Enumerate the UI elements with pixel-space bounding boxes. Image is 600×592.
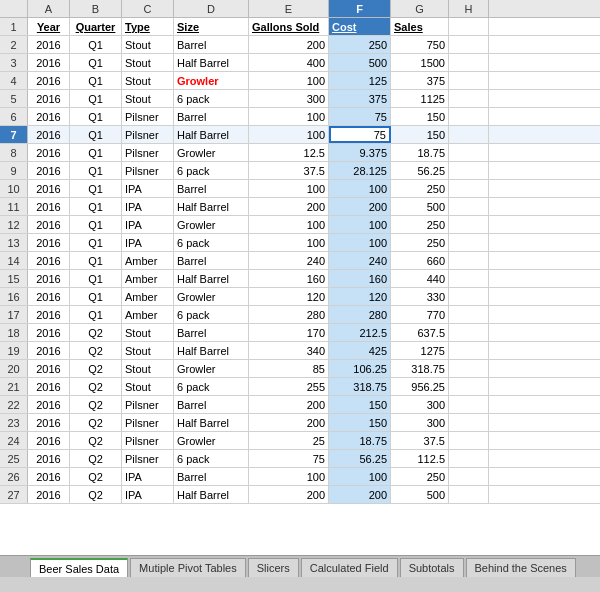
cell-year[interactable]: 2016 [28,306,70,323]
cell-year[interactable]: Year [28,18,70,35]
cell-size[interactable]: Size [174,18,249,35]
cell-gallons[interactable]: 75 [249,450,329,467]
cell-size[interactable]: Half Barrel [174,198,249,215]
cell-type[interactable]: IPA [122,180,174,197]
cell-sales[interactable]: 150 [391,108,449,125]
table-row[interactable]: 232016Q2PilsnerHalf Barrel200150300 [0,414,600,432]
table-row[interactable]: 42016Q1StoutGrowler100125375 [0,72,600,90]
spreadsheet-tab[interactable]: Beer Sales Data [30,558,128,577]
cell-size[interactable]: Barrel [174,252,249,269]
cell-year[interactable]: 2016 [28,288,70,305]
cell-gallons[interactable]: 400 [249,54,329,71]
cell-cost[interactable]: 150 [329,396,391,413]
cell-gallons[interactable]: 37.5 [249,162,329,179]
cell-cost[interactable]: 56.25 [329,450,391,467]
cell-sales[interactable]: 500 [391,198,449,215]
cell-quarter[interactable]: Q1 [70,234,122,251]
table-row[interactable]: 132016Q1IPA6 pack100100250 [0,234,600,252]
cell-type[interactable]: Amber [122,252,174,269]
cell-type[interactable]: Pilsner [122,414,174,431]
cell-type[interactable]: Stout [122,36,174,53]
cell-quarter[interactable]: Q1 [70,162,122,179]
cell-sales[interactable]: 150 [391,126,449,143]
cell-cost[interactable]: 280 [329,306,391,323]
table-row[interactable]: 162016Q1AmberGrowler120120330 [0,288,600,306]
cell-cost[interactable]: 150 [329,414,391,431]
cell-gallons[interactable]: 85 [249,360,329,377]
cell-gallons[interactable]: 240 [249,252,329,269]
cell-year[interactable]: 2016 [28,108,70,125]
cell-gallons[interactable]: 12.5 [249,144,329,161]
cell-size[interactable]: Half Barrel [174,270,249,287]
cell-gallons[interactable]: 200 [249,36,329,53]
cell-cost[interactable]: 125 [329,72,391,89]
table-row[interactable]: 72016Q1PilsnerHalf Barrel10075150 [0,126,600,144]
cell-year[interactable]: 2016 [28,198,70,215]
cell-year[interactable]: 2016 [28,90,70,107]
cell-sales[interactable]: 1275 [391,342,449,359]
cell-quarter[interactable]: Q2 [70,396,122,413]
cell-year[interactable]: 2016 [28,450,70,467]
cell-gallons[interactable]: 280 [249,306,329,323]
cell-year[interactable]: 2016 [28,234,70,251]
table-row[interactable]: 222016Q2PilsnerBarrel200150300 [0,396,600,414]
cell-gallons[interactable]: 100 [249,216,329,233]
cell-cost[interactable]: 9.375 [329,144,391,161]
cell-year[interactable]: 2016 [28,432,70,449]
cell-type[interactable]: Stout [122,360,174,377]
table-row[interactable]: 152016Q1AmberHalf Barrel160160440 [0,270,600,288]
cell-cost[interactable]: Cost [329,18,391,35]
cell-quarter[interactable]: Q2 [70,414,122,431]
cell-year[interactable]: 2016 [28,378,70,395]
cell-gallons[interactable]: 100 [249,180,329,197]
cell-type[interactable]: Pilsner [122,432,174,449]
cell-year[interactable]: 2016 [28,414,70,431]
cell-gallons[interactable]: 100 [249,234,329,251]
cell-sales[interactable]: 770 [391,306,449,323]
cell-type[interactable]: Pilsner [122,126,174,143]
table-row[interactable]: 172016Q1Amber6 pack280280770 [0,306,600,324]
cell-size[interactable]: 6 pack [174,306,249,323]
table-row[interactable]: 192016Q2StoutHalf Barrel3404251275 [0,342,600,360]
cell-cost[interactable]: 200 [329,198,391,215]
cell-sales[interactable]: 112.5 [391,450,449,467]
cell-gallons[interactable]: 200 [249,198,329,215]
cell-gallons[interactable]: 255 [249,378,329,395]
cell-type[interactable]: Stout [122,378,174,395]
cell-sales[interactable]: 56.25 [391,162,449,179]
cell-type[interactable]: Pilsner [122,108,174,125]
cell-cost[interactable]: 500 [329,54,391,71]
cell-quarter[interactable]: Q1 [70,216,122,233]
cell-type[interactable]: Amber [122,270,174,287]
cell-cost[interactable]: 100 [329,180,391,197]
cell-cost[interactable]: 212.5 [329,324,391,341]
cell-sales[interactable]: 318.75 [391,360,449,377]
cell-sales[interactable]: 300 [391,414,449,431]
cell-sales[interactable]: 37.5 [391,432,449,449]
cell-size[interactable]: Barrel [174,396,249,413]
cell-year[interactable]: 2016 [28,72,70,89]
cell-size[interactable]: Growler [174,72,249,89]
table-row[interactable]: 92016Q1Pilsner6 pack37.528.12556.25 [0,162,600,180]
cell-cost[interactable]: 318.75 [329,378,391,395]
cell-sales[interactable]: 250 [391,216,449,233]
cell-size[interactable]: 6 pack [174,450,249,467]
table-row[interactable]: 252016Q2Pilsner6 pack7556.25112.5 [0,450,600,468]
cell-quarter[interactable]: Q2 [70,432,122,449]
cell-cost[interactable]: 120 [329,288,391,305]
cell-cost[interactable]: 250 [329,36,391,53]
cell-type[interactable]: Stout [122,90,174,107]
cell-sales[interactable]: 18.75 [391,144,449,161]
cell-size[interactable]: 6 pack [174,378,249,395]
spreadsheet-tab[interactable]: Subtotals [400,558,464,577]
table-row[interactable]: 272016Q2IPAHalf Barrel200200500 [0,486,600,504]
cell-type[interactable]: IPA [122,234,174,251]
cell-type[interactable]: Stout [122,72,174,89]
cell-type[interactable]: Pilsner [122,450,174,467]
cell-cost[interactable]: 100 [329,234,391,251]
cell-quarter[interactable]: Q1 [70,270,122,287]
cell-year[interactable]: 2016 [28,324,70,341]
cell-year[interactable]: 2016 [28,216,70,233]
cell-type[interactable]: Pilsner [122,144,174,161]
cell-type[interactable]: IPA [122,486,174,503]
